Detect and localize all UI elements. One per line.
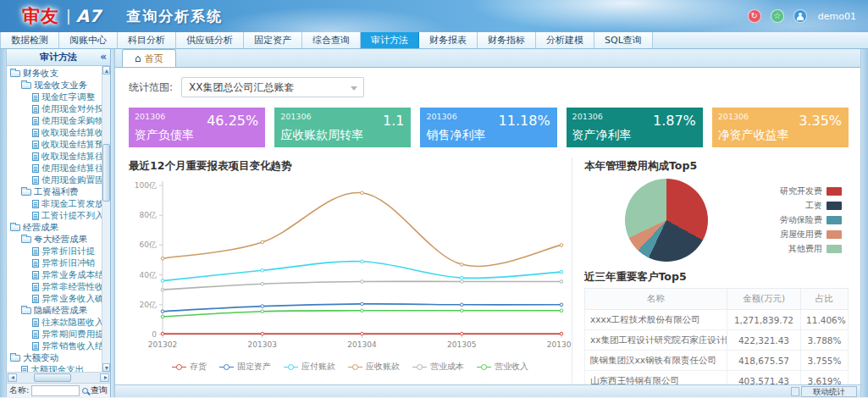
pie-legend-item-其他费用[interactable]: 其他费用 [780,243,842,255]
menu-tab-综合查询[interactable]: 综合查询 [302,32,361,48]
kpi-period: 201306 [572,112,603,121]
kpi-value: 1.87% [653,113,696,129]
tree-item[interactable]: 现金收支业务 [7,80,102,91]
tree-item-label: 财务收支 [23,68,58,80]
audit-method-tree: 财务收支现金收支业务现金红字调整使用现金对外投资使用现金采购物资收取现金结算收入… [7,66,110,372]
ratio-cell: 3.755% [801,351,849,371]
pie-legend-item-劳动保险费[interactable]: 劳动保险费 [780,214,842,226]
scroll-right-icon[interactable] [100,373,109,382]
pie-legend-item-研究开发费[interactable]: 研究开发费 [780,185,842,197]
amount-cell: 418,675.57 [727,351,800,371]
horizontal-scroll-thumb[interactable] [34,373,71,382]
tree-item[interactable]: 经营成果 [7,222,102,234]
tree-item[interactable]: 往来款隐匿收入 [7,317,102,329]
file-icon [32,212,39,220]
tree-item[interactable]: 异常销售收入结转 [7,340,102,352]
pie-legend-label: 其他费用 [788,243,822,255]
pie-chart[interactable] [625,179,708,262]
menu-tab-SQL查询[interactable]: SQL查询 [594,32,653,48]
tree-item[interactable]: 工资计提不列入成本 [7,210,102,222]
tree-search-input[interactable] [31,385,80,396]
table-row: 陕钢集团汉xx钢铁有限责任公司418,675.573.755% [585,351,849,371]
tree-item-label: 异常业务成本结转 [41,269,102,281]
kpi-card-应收账款周转率[interactable]: 2013061.1应收账款周转率 [274,108,411,147]
tree-list: 财务收支现金收支业务现金红字调整使用现金对外投资使用现金采购物资收取现金结算收入… [7,68,102,372]
scope-select[interactable]: XX集团总公司汇总账套 [181,77,364,97]
tree-item[interactable]: 异常业务收入确认 [7,293,102,305]
logout-icon[interactable]: ↻ [748,9,761,23]
tree-item[interactable]: 使用现金购置固定资产 [7,174,102,186]
tree-item-label: 工资计提不列入成本 [41,210,102,222]
trend-line-chart[interactable]: 100亿80亿60亿40亿20亿020130220130320130420130… [129,177,572,357]
tree-item[interactable]: 使用现金采购物资 [7,115,102,127]
tree-item-label: 工资福利费 [34,186,79,198]
tree-item-label: 大额现金支出 [30,364,84,372]
menu-tab-供应链分析[interactable]: 供应链分析 [176,32,244,48]
kpi-card-净资产收益率[interactable]: 2013063.35%净资产收益率 [712,108,849,147]
kpi-card-资产净利率[interactable]: 2013061.87%资产净利率 [567,108,703,147]
scroll-up-icon[interactable] [102,66,110,75]
tree-item[interactable]: 收取现金结算预收款 [7,139,102,151]
tree-item[interactable]: 收取现金结算往来款 [7,151,102,163]
tree-item[interactable]: 夸大经营成果 [7,234,102,246]
search-button[interactable]: 查询 [91,384,108,396]
tree-item[interactable]: 收取现金结算收入 [7,127,102,139]
legend-item-营业成本[interactable]: 营业成本 [412,361,464,373]
tree-item[interactable]: 使用现金对外投资 [7,103,102,115]
tree-item[interactable]: 非现金工资发放 [7,198,102,210]
tree-item[interactable]: 大额现金支出 [7,364,102,372]
file-icon [32,152,39,161]
menu-tab-固定资产[interactable]: 固定资产 [244,32,302,48]
pie-legend-swatch [827,245,842,253]
tree-item[interactable]: 异常业务成本结转 [7,269,102,281]
kpi-card-销售净利率[interactable]: 20130611.18%销售净利率 [420,108,556,147]
scroll-left-icon[interactable] [8,373,17,382]
tab-home[interactable]: ⌂ 首页 [122,49,176,67]
tree-item[interactable]: 大额变动 [7,352,102,364]
tree-item[interactable]: 异常折旧冲销 [7,257,102,269]
legend-item-应收账款[interactable]: 应收账款 [348,361,400,373]
svg-text:20亿: 20亿 [140,301,157,309]
pie-legend-swatch [827,230,842,239]
kpi-card-资产负债率[interactable]: 20130646.25%资产负债率 [129,108,265,147]
menu-tab-阅账中心[interactable]: 阅账中心 [59,32,118,48]
favorite-icon[interactable]: ☆ [771,9,784,23]
tree-item[interactable]: 隐瞒经营成果 [7,305,102,317]
collapse-sidebar-icon[interactable]: « [100,51,107,63]
scroll-down-icon[interactable] [102,363,110,372]
filter-row: 统计范围: XX集团总公司汇总账套 [129,77,849,97]
legend-label: 营业成本 [430,361,464,373]
legend-marker-icon [412,364,427,370]
tree-horizontal-scrollbar[interactable] [7,372,110,383]
user-icon[interactable] [793,9,807,23]
tree-item[interactable]: 财务收支 [7,68,102,80]
tree-vertical-scrollbar[interactable] [102,66,110,372]
menu-tab-财务报表[interactable]: 财务报表 [419,32,478,48]
menu-tab-数据检测[interactable]: 数据检测 [0,32,59,48]
menu-tab-科目分析[interactable]: 科目分析 [118,32,176,48]
svg-text:40亿: 40亿 [140,271,157,279]
vertical-scroll-thumb[interactable] [102,144,110,202]
search-icon[interactable] [82,388,88,394]
svg-text:201303: 201303 [248,340,277,349]
tree-item-label: 异常期间费用提取 [41,329,102,340]
tree-item[interactable]: 现金红字调整 [7,91,102,103]
legend-item-营业收入[interactable]: 营业收入 [477,361,528,373]
legend-item-应付账款[interactable]: 应付账款 [284,361,335,373]
tree-item[interactable]: 异常非经营性收入 [7,281,102,293]
tree-item[interactable]: 异常期间费用提取 [7,329,102,340]
legend-item-存货[interactable]: 存货 [172,361,207,373]
legend-marker-icon [172,364,186,370]
menu-tab-财务指标[interactable]: 财务指标 [478,32,536,48]
tree-item[interactable]: 异常折旧计提 [7,246,102,257]
linkage-stat-button[interactable]: 联动统计 [801,386,857,397]
menu-tab-审计方法[interactable]: 审计方法 [361,32,419,48]
right-frame [860,49,868,397]
pie-legend-item-工资[interactable]: 工资 [780,200,842,212]
tree-item[interactable]: 工资福利费 [7,186,102,198]
tree-item[interactable]: 使用现金结算往来款 [7,163,102,174]
legend-item-固定资产[interactable]: 固定资产 [219,361,271,373]
pie-legend-item-房屋使用费[interactable]: 房屋使用费 [780,229,842,240]
menu-tab-分析建模[interactable]: 分析建模 [536,32,594,48]
folder-icon [21,82,31,89]
